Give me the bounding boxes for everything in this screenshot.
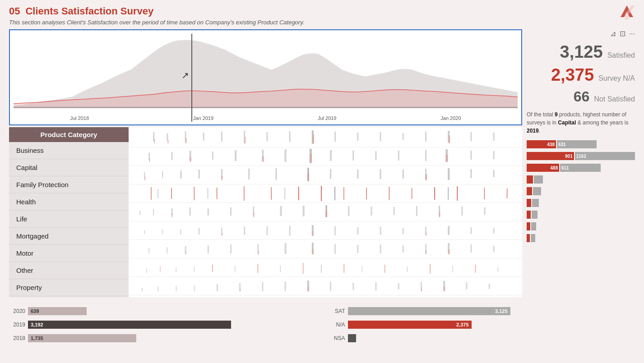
svg-rect-87 bbox=[208, 188, 208, 199]
category-item-life[interactable]: Life bbox=[9, 211, 129, 228]
svg-rect-156 bbox=[130, 259, 520, 276]
mini-bar-gray-property bbox=[531, 234, 535, 242]
svg-rect-76 bbox=[298, 187, 299, 200]
svg-rect-50 bbox=[162, 171, 163, 178]
svg-rect-129 bbox=[470, 227, 472, 234]
svg-rect-44 bbox=[190, 157, 191, 162]
svg-rect-192 bbox=[489, 284, 490, 289]
category-item-health[interactable]: Health bbox=[9, 193, 129, 211]
timeseries-container[interactable]: ↗ Jul 2018 Jan 2019 bbox=[9, 29, 522, 125]
svg-rect-174 bbox=[498, 267, 499, 272]
svg-rect-153 bbox=[312, 249, 314, 254]
category-item-family-protection[interactable]: Family Protection bbox=[9, 176, 129, 193]
ts-label-2: Jan 2019 bbox=[193, 115, 213, 121]
insight-text: Of the total 9 products, highest number … bbox=[527, 110, 635, 135]
bottom-bar-nsa: NSA bbox=[329, 332, 635, 344]
mini-bar-gray-life bbox=[533, 187, 541, 195]
svg-rect-72 bbox=[194, 187, 195, 200]
svg-rect-151 bbox=[185, 252, 186, 254]
svg-rect-121 bbox=[289, 226, 291, 236]
category-item-business[interactable]: Business bbox=[9, 142, 129, 159]
expand-icon[interactable]: ⊡ bbox=[620, 29, 625, 38]
sparkline-row-health bbox=[129, 184, 522, 203]
svg-rect-149 bbox=[470, 244, 472, 253]
svg-rect-141 bbox=[285, 243, 287, 254]
svg-rect-131 bbox=[222, 233, 222, 236]
svg-rect-194 bbox=[308, 287, 309, 291]
svg-rect-12 bbox=[334, 132, 336, 142]
svg-rect-162 bbox=[235, 266, 236, 272]
svg-rect-70 bbox=[151, 187, 152, 200]
bottom-right-chart: SAT 3,125 N/A 2,375 NSA bbox=[329, 305, 635, 344]
category-item-motor[interactable]: Motor bbox=[9, 245, 129, 262]
sparkline-row-life bbox=[129, 203, 522, 221]
category-item-mortgaged[interactable]: Mortgaged bbox=[9, 228, 129, 245]
logo-icon bbox=[619, 5, 635, 21]
category-item-capital[interactable]: Capital bbox=[9, 159, 129, 176]
insight-highlight-year: 2019 bbox=[527, 128, 539, 134]
svg-rect-110 bbox=[253, 213, 254, 217]
svg-rect-77 bbox=[321, 186, 322, 201]
svg-rect-105 bbox=[416, 206, 417, 216]
kpi-not-satisfied-row: 66 Not Satisfied bbox=[527, 88, 635, 105]
svg-rect-6 bbox=[203, 133, 204, 141]
svg-rect-23 bbox=[245, 137, 246, 143]
svg-rect-176 bbox=[142, 288, 143, 291]
category-item-other[interactable]: Other bbox=[9, 262, 129, 279]
svg-rect-175 bbox=[130, 278, 520, 294]
sparkline-row-business bbox=[129, 129, 522, 147]
mini-bar-red-other bbox=[527, 222, 530, 230]
svg-rect-52 bbox=[199, 170, 200, 179]
bar-fill-sat: 3,125 bbox=[348, 307, 510, 315]
toolbar-icons: ⊿ ⊡ ··· bbox=[527, 29, 635, 40]
svg-rect-81 bbox=[412, 188, 412, 199]
svg-rect-193 bbox=[240, 289, 241, 291]
svg-rect-60 bbox=[403, 170, 404, 179]
svg-rect-10 bbox=[289, 131, 291, 142]
svg-rect-159 bbox=[176, 267, 176, 272]
sparkline-row-property bbox=[129, 277, 522, 295]
page: 05 Clients Satisfaction Survey This sect… bbox=[0, 0, 644, 363]
svg-rect-47 bbox=[446, 155, 448, 162]
svg-rect-37 bbox=[375, 151, 377, 160]
svg-rect-103 bbox=[371, 207, 372, 216]
svg-rect-59 bbox=[380, 169, 381, 179]
kpi-satisfied-value: 3,125 bbox=[560, 42, 603, 62]
header: 05 Clients Satisfaction Survey bbox=[0, 0, 644, 19]
sparkline-row-mortgaged bbox=[129, 221, 522, 240]
svg-rect-186 bbox=[352, 283, 354, 290]
nsa-label: NSA bbox=[329, 335, 345, 341]
svg-rect-115 bbox=[162, 230, 163, 234]
svg-rect-43 bbox=[149, 158, 150, 162]
svg-rect-164 bbox=[280, 266, 281, 272]
svg-rect-92 bbox=[139, 211, 140, 215]
timeseries-x-labels: Jul 2018 Jan 2019 Jul 2019 Jan 2020 bbox=[14, 115, 518, 121]
mini-bars-container: 438 631 901 1162 488 611 bbox=[527, 139, 635, 243]
more-options-icon[interactable]: ··· bbox=[629, 30, 635, 38]
cursor-line bbox=[191, 34, 192, 122]
category-item-property[interactable]: Property bbox=[9, 279, 129, 296]
svg-rect-139 bbox=[230, 244, 232, 253]
svg-rect-196 bbox=[444, 286, 445, 291]
svg-rect-111 bbox=[326, 211, 327, 217]
filter-icon[interactable]: ⊿ bbox=[610, 29, 616, 38]
kpi-satisfied-label: Satisfied bbox=[607, 51, 635, 60]
svg-rect-143 bbox=[334, 244, 336, 254]
svg-rect-67 bbox=[308, 173, 309, 180]
svg-rect-35 bbox=[330, 150, 332, 161]
svg-rect-136 bbox=[167, 247, 167, 253]
svg-rect-177 bbox=[158, 287, 158, 291]
svg-rect-54 bbox=[248, 169, 250, 179]
svg-rect-62 bbox=[448, 168, 449, 180]
svg-rect-21 bbox=[167, 140, 168, 143]
mini-bar-red-business: 438 bbox=[527, 140, 556, 148]
svg-rect-166 bbox=[321, 265, 322, 273]
svg-rect-73 bbox=[217, 188, 218, 199]
mini-bar-gray-business: 631 bbox=[557, 140, 597, 148]
svg-rect-173 bbox=[475, 265, 476, 273]
svg-rect-45 bbox=[262, 156, 264, 162]
svg-rect-124 bbox=[357, 227, 358, 234]
svg-rect-7 bbox=[221, 132, 222, 142]
svg-rect-104 bbox=[394, 207, 395, 215]
mini-bar-row-health bbox=[527, 175, 635, 184]
